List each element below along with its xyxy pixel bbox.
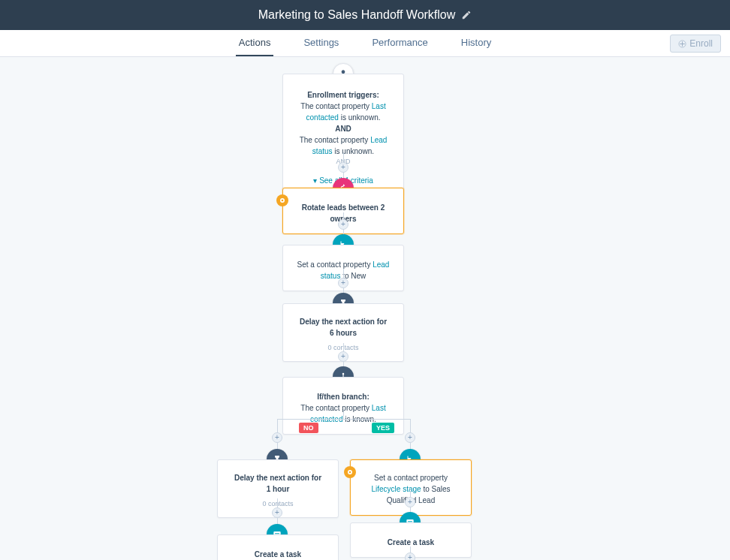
enroll-title: Enrollment triggers: — [292, 89, 394, 101]
add-action-button[interactable]: + — [338, 162, 348, 173]
tab-settings[interactable]: Settings — [300, 30, 342, 56]
tab-performance[interactable]: Performance — [369, 30, 430, 56]
tab-history[interactable]: History — [458, 30, 494, 56]
warning-icon — [344, 466, 356, 478]
create-task-left-card[interactable]: Create a task — [217, 534, 339, 560]
enroll-label: Enroll — [689, 38, 713, 49]
add-action-button[interactable]: + — [405, 497, 415, 507]
tab-actions[interactable]: Actions — [236, 30, 274, 56]
add-action-button[interactable]: + — [338, 351, 348, 362]
add-action-button[interactable]: + — [338, 278, 348, 288]
chevron-down-icon: ▾ — [313, 175, 317, 186]
add-action-button[interactable]: + — [405, 432, 415, 443]
connector — [277, 419, 411, 420]
link-lifecycle-stage[interactable]: Lifecycle stage — [371, 485, 421, 493]
enroll-icon — [678, 40, 686, 48]
workflow-canvas[interactable]: Enrollment triggers: The contact propert… — [0, 57, 730, 560]
add-action-button[interactable]: + — [338, 219, 348, 230]
branch-yes-badge: YES — [372, 423, 394, 433]
tabbar: Actions Settings Performance History Enr… — [0, 30, 730, 57]
add-action-button[interactable]: + — [272, 507, 282, 518]
warning-icon — [276, 194, 288, 206]
connector — [343, 410, 344, 419]
svg-point-1 — [342, 373, 345, 375]
edit-title-icon[interactable] — [461, 10, 472, 20]
enroll-button[interactable]: Enroll — [670, 35, 721, 53]
add-action-button[interactable]: + — [405, 552, 415, 560]
branch-no-badge: NO — [299, 423, 318, 433]
add-action-button[interactable]: + — [272, 432, 282, 443]
page-title: Marketing to Sales Handoff Workflow — [258, 8, 456, 22]
